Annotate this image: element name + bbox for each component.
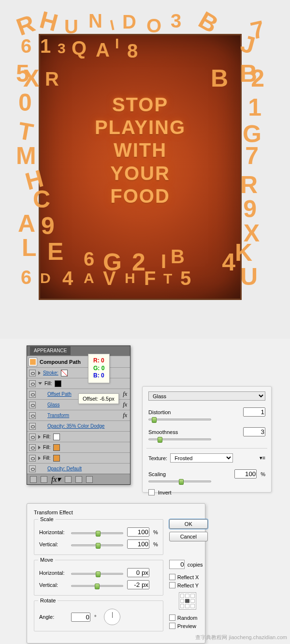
transform-effect-dialog[interactable]: Transform Effect Scale Horizontal: % Ver… <box>27 503 205 644</box>
default-opacity-row[interactable]: Opacity: Default <box>27 463 130 474</box>
transform-link[interactable]: Transform <box>47 413 69 418</box>
distortion-label: Distortion <box>148 409 182 415</box>
stroke-swatch[interactable] <box>61 370 68 376</box>
move-v-slider[interactable] <box>71 585 123 587</box>
percent-label: % <box>261 471 265 477</box>
scaling-input[interactable] <box>234 469 257 479</box>
offset-path-link[interactable]: Offset Path <box>47 391 72 397</box>
scale-v-input[interactable] <box>127 539 149 549</box>
fill-row-1[interactable]: Fill: <box>27 378 130 389</box>
scale-legend: Scale <box>38 516 56 522</box>
fill-row-2[interactable]: Fill: <box>27 431 130 442</box>
fill-label: Fill: <box>44 381 52 386</box>
move-legend: Move <box>38 557 55 563</box>
duplicate-icon[interactable] <box>75 476 82 483</box>
opacity-link[interactable]: Opacity: 35% Color Dodge <box>47 423 104 429</box>
distortion-slider[interactable] <box>148 419 211 420</box>
scale-v-slider[interactable] <box>71 544 123 546</box>
expand-icon[interactable] <box>38 371 41 375</box>
reflect-y-checkbox[interactable] <box>169 582 175 588</box>
fill-swatch-black[interactable] <box>55 380 61 387</box>
glass-preset-select[interactable]: Glass <box>148 391 265 401</box>
visibility-icon[interactable] <box>29 444 36 451</box>
artwork-canvas-area: STOP PLAYING WITH YOUR FOOD R H U N I D … <box>0 0 290 339</box>
move-h-input[interactable] <box>127 568 149 577</box>
scale-h-slider[interactable] <box>71 532 123 534</box>
invert-checkbox[interactable] <box>148 489 155 495</box>
visibility-icon[interactable] <box>29 465 36 472</box>
invert-label: Invert <box>158 490 172 495</box>
fx-menu-icon[interactable]: fx▾ <box>51 475 61 484</box>
visibility-icon[interactable] <box>29 412 36 419</box>
trash-icon[interactable] <box>86 476 93 483</box>
target-name: Compound Path <box>40 359 81 365</box>
stroke-fill-icon[interactable] <box>41 476 47 483</box>
expand-icon[interactable] <box>38 456 41 460</box>
move-h-slider[interactable] <box>71 573 123 575</box>
glass-effect-panel[interactable]: Glass Distortion Smoothness Texture: Fro… <box>142 386 272 493</box>
visibility-icon[interactable] <box>29 402 36 408</box>
expand-icon[interactable] <box>38 446 41 449</box>
glass-link[interactable]: Glass <box>47 402 60 407</box>
distortion-input[interactable] <box>243 407 265 417</box>
smoothness-slider[interactable] <box>148 438 211 440</box>
stroke-link[interactable]: Stroke: <box>43 370 58 375</box>
fill-swatch-white[interactable] <box>53 434 60 440</box>
text-line-1: STOP <box>40 93 240 116</box>
visibility-icon[interactable] <box>29 370 36 376</box>
visibility-icon[interactable] <box>29 434 36 440</box>
visibility-icon[interactable] <box>29 391 36 398</box>
clear-icon[interactable] <box>65 476 72 483</box>
text-line-5: FOOD <box>40 185 240 208</box>
stroke-row[interactable]: Stroke: <box>27 367 130 378</box>
appearance-target-row: Compound Path <box>27 356 130 367</box>
scale-v-label: Vertical: <box>39 541 67 547</box>
fill-row-4[interactable]: Fill: <box>27 452 130 463</box>
preview-checkbox[interactable] <box>169 623 175 629</box>
visibility-icon[interactable] <box>29 423 36 430</box>
scale-h-input[interactable] <box>127 527 149 537</box>
move-fieldset: Move Horizontal: Vertical: <box>34 560 163 596</box>
new-art-icon[interactable] <box>30 476 37 483</box>
rgb-tooltip: R: 0 G: 0 B: 0 <box>88 354 110 383</box>
reflect-x-checkbox[interactable] <box>169 574 175 580</box>
panel-zone: APPEARANCE Compound Path Stroke: Fill: O… <box>0 339 290 644</box>
scaling-slider[interactable] <box>148 480 211 482</box>
scale-fieldset: Scale Horizontal: % Vertical: % <box>34 519 163 555</box>
move-v-label: Vertical: <box>39 582 67 588</box>
texture-select[interactable]: Frosted <box>170 453 233 463</box>
registration-grid[interactable] <box>179 592 196 610</box>
reflect-x-label: Reflect X <box>177 574 199 580</box>
r-value: R: 0 <box>93 357 104 365</box>
angle-input[interactable] <box>71 613 90 622</box>
cancel-button[interactable]: Cancel <box>169 532 208 541</box>
fill-swatch-orange[interactable] <box>53 444 60 451</box>
move-v-input[interactable] <box>127 580 149 589</box>
appearance-tab-bar: APPEARANCE <box>27 346 130 356</box>
dialog-title: Transform Effect <box>34 509 198 515</box>
text-line-3: WITH <box>40 139 240 162</box>
appearance-footer: fx▾ <box>27 474 130 484</box>
copies-input[interactable] <box>169 560 185 569</box>
expand-icon[interactable] <box>38 435 41 439</box>
ok-button[interactable]: OK <box>169 519 208 529</box>
appearance-tab[interactable]: APPEARANCE <box>30 346 71 355</box>
poster-artboard[interactable]: STOP PLAYING WITH YOUR FOOD R H U N I D … <box>39 34 242 300</box>
random-checkbox[interactable] <box>169 614 175 621</box>
visibility-icon[interactable] <box>29 455 36 462</box>
appearance-panel[interactable]: APPEARANCE Compound Path Stroke: Fill: O… <box>27 345 130 485</box>
fill-opacity-row[interactable]: Opacity: 35% Color Dodge <box>27 420 130 431</box>
text-line-4: YOUR <box>40 162 240 185</box>
transform-effect-row[interactable]: Transform fx <box>27 410 130 420</box>
fill-label: Fill: <box>43 455 51 461</box>
offset-tooltip: Offset: -6.5px <box>78 393 119 404</box>
fill-row-3[interactable]: Fill: <box>27 442 130 452</box>
expand-icon[interactable] <box>38 382 42 385</box>
watermark-text: 查字典教程网 jiaocheng.chazidian.com <box>195 634 287 641</box>
texture-menu-icon[interactable]: ▾≡ <box>260 455 265 461</box>
fill-swatch-orange[interactable] <box>53 455 60 462</box>
angle-dial[interactable] <box>104 609 120 625</box>
smoothness-input[interactable] <box>243 427 265 436</box>
opacity-default-link[interactable]: Opacity: Default <box>47 466 82 471</box>
visibility-icon[interactable] <box>29 380 36 387</box>
